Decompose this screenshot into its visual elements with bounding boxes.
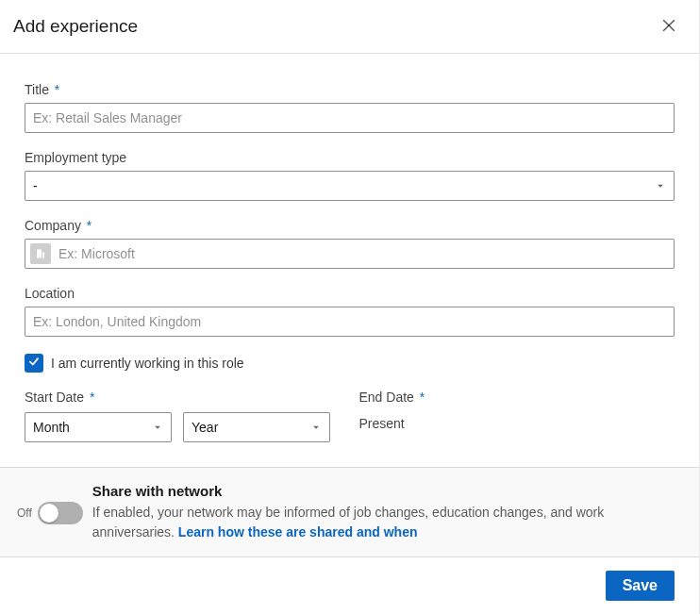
share-toggle[interactable]: [38, 502, 83, 524]
share-description: If enabled, your network may be informed…: [92, 503, 675, 541]
currently-working-row: I am currently working in this role: [25, 354, 675, 373]
share-learn-link[interactable]: Learn how these are shared and when: [178, 524, 418, 539]
company-icon: [30, 243, 51, 264]
date-row: Start Date * Month Year: [25, 390, 675, 442]
check-icon: [27, 355, 41, 372]
toggle-knob: [40, 504, 58, 523]
modal-footer: Save: [0, 557, 699, 614]
start-year-select-wrap: Year: [183, 412, 330, 442]
modal-body: Title * Employment type - Company *: [0, 54, 699, 467]
share-text: Share with network If enabled, your netw…: [92, 483, 675, 541]
end-date-col: End Date * Present: [359, 390, 675, 442]
share-section: Off Share with network If enabled, your …: [0, 467, 699, 557]
required-asterisk: *: [416, 390, 425, 405]
end-date-value: Present: [359, 412, 675, 431]
location-input[interactable]: [25, 307, 675, 337]
company-field: Company *: [25, 218, 675, 269]
title-label: Title *: [25, 82, 675, 97]
close-icon: [659, 16, 678, 38]
modal-title: Add experience: [13, 16, 138, 37]
employment-type-select-wrap: -: [25, 171, 675, 201]
currently-working-label: I am currently working in this role: [51, 356, 244, 371]
title-field: Title *: [25, 82, 675, 133]
end-date-label: End Date *: [359, 390, 675, 405]
employment-type-select[interactable]: -: [25, 171, 675, 201]
start-month-select-wrap: Month: [25, 412, 172, 442]
start-date-label: Start Date *: [25, 390, 341, 405]
location-label: Location: [25, 286, 675, 301]
share-toggle-col: Off: [17, 502, 83, 524]
company-label: Company *: [25, 218, 675, 233]
employment-type-field: Employment type -: [25, 150, 675, 201]
title-input[interactable]: [25, 103, 675, 133]
start-year-select[interactable]: Year: [183, 412, 330, 442]
add-experience-modal: Add experience Title * Employment type -: [0, 0, 700, 614]
required-asterisk: *: [51, 82, 59, 97]
modal-header: Add experience: [0, 0, 699, 54]
close-button[interactable]: [654, 11, 684, 41]
share-toggle-state: Off: [17, 506, 32, 520]
start-date-selects: Month Year: [25, 412, 341, 442]
company-input-wrap: [25, 239, 675, 269]
required-asterisk: *: [83, 218, 92, 233]
location-field: Location: [25, 286, 675, 337]
required-asterisk: *: [86, 390, 94, 405]
save-button[interactable]: Save: [606, 571, 675, 601]
currently-working-checkbox[interactable]: [25, 354, 43, 373]
company-input[interactable]: [51, 240, 674, 268]
start-date-col: Start Date * Month Year: [25, 390, 341, 442]
start-month-select[interactable]: Month: [25, 412, 172, 442]
employment-type-label: Employment type: [25, 150, 675, 165]
share-title: Share with network: [92, 483, 675, 499]
